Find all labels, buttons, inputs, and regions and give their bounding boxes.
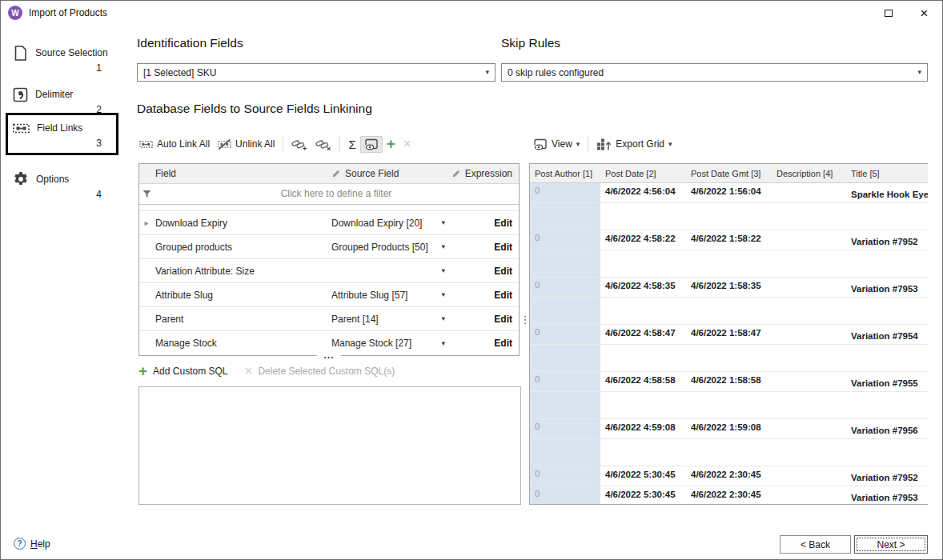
preview-row[interactable]: 04/6/2022 4:56:044/6/2022 1:56:04Sparkle… — [530, 183, 928, 203]
sidebar-step-field-links[interactable]: Field Links 3 — [6, 113, 118, 155]
delete-custom-sql-button[interactable]: × Delete Selected Custom SQL(s) — [244, 366, 395, 377]
preview-row[interactable] — [530, 203, 928, 230]
title-cell — [846, 392, 928, 418]
unlink-icon — [218, 138, 231, 150]
remove-link-button[interactable]: × — [311, 135, 335, 154]
field-link-row[interactable]: ▸Download ExpiryDownload Expiry [20]▾Edi… — [139, 211, 519, 235]
filter-row[interactable]: Click here to define a filter — [139, 184, 519, 206]
view-dropdown-button[interactable]: View ▾ — [529, 136, 584, 153]
post-date-gmt-cell — [686, 203, 772, 230]
dropdown-caret-icon[interactable]: ▾ — [439, 315, 450, 322]
custom-sql-editor[interactable] — [138, 386, 521, 505]
description-cell — [772, 486, 846, 505]
post-author-cell: 0 — [530, 325, 600, 344]
sidebar-step-options[interactable]: Options 4 — [6, 164, 118, 206]
export-grid-dropdown-button[interactable]: Export Grid ▾ — [592, 135, 676, 154]
preview-rows: 04/6/2022 4:56:044/6/2022 1:56:04Sparkle… — [530, 183, 928, 505]
delete-row-button[interactable]: × — [399, 136, 415, 152]
preview-row[interactable]: 04/6/2022 5:30:454/6/2022 2:30:45Variati… — [530, 486, 928, 505]
source-field-cell[interactable]: Attribute Slug [57]▾ — [331, 290, 450, 301]
post-author-cell: 0 — [530, 278, 600, 297]
column-header-title[interactable]: Title [5] — [846, 169, 928, 178]
back-button[interactable]: < Back — [780, 535, 851, 554]
preview-row[interactable] — [530, 298, 928, 325]
close-button[interactable]: × — [906, 1, 942, 25]
next-button[interactable]: Next > — [854, 535, 928, 554]
preview-toggle-button[interactable] — [360, 136, 383, 153]
dropdown-caret-icon[interactable]: ▾ — [439, 267, 450, 274]
skip-rules-dropdown[interactable]: 0 skip rules configured ▾ — [501, 63, 928, 82]
pane-splitter-handle[interactable]: ⋮ — [522, 310, 528, 329]
dropdown-caret-icon[interactable]: ▾ — [439, 243, 450, 250]
preview-row[interactable] — [530, 439, 928, 466]
source-field-value: Grouped Products [50] — [331, 242, 439, 253]
edit-link[interactable]: Edit — [494, 242, 512, 253]
preview-row[interactable]: 04/6/2022 4:58:224/6/2022 1:58:22Variati… — [530, 230, 928, 250]
preview-row[interactable]: 04/6/2022 4:58:584/6/2022 1:58:58Variati… — [530, 372, 928, 392]
auto-link-all-button[interactable]: Auto Link All — [135, 136, 214, 153]
skip-rules-value: 0 skip rules configured — [508, 67, 917, 78]
expression-sum-button[interactable]: Σ — [344, 136, 359, 153]
post-date-cell — [600, 345, 686, 371]
identification-fields-dropdown[interactable]: [1 Selected] SKU ▾ — [137, 63, 496, 82]
add-row-button[interactable]: + — [383, 136, 399, 152]
export-grid-icon — [596, 138, 612, 151]
add-custom-sql-button[interactable]: + Add Custom SQL — [138, 366, 227, 377]
post-date-cell — [600, 203, 686, 230]
source-field-cell[interactable]: Manage Stock [27]▾ — [331, 338, 450, 349]
column-header-source-field[interactable]: Source Field — [331, 168, 450, 179]
toolbar-separator — [588, 137, 588, 151]
preview-row[interactable] — [530, 345, 928, 372]
edit-link[interactable]: Edit — [494, 218, 512, 229]
field-link-row[interactable]: Attribute SlugAttribute Slug [57]▾Edit — [139, 283, 519, 307]
source-field-cell[interactable]: Download Expiry [20]▾ — [331, 218, 450, 229]
more-rows-indicator[interactable]: ... — [138, 351, 520, 359]
edit-link[interactable]: Edit — [494, 314, 512, 325]
column-header-expression[interactable]: Expression — [450, 168, 519, 179]
dropdown-caret-icon[interactable]: ▾ — [439, 219, 450, 226]
preview-row[interactable]: 04/6/2022 5:30:454/6/2022 2:30:45Variati… — [530, 466, 928, 486]
post-author-cell — [530, 439, 600, 466]
edit-link[interactable]: Edit — [494, 266, 512, 277]
description-cell — [772, 439, 846, 466]
post-date-gmt-cell: 4/6/2022 1:59:08 — [686, 419, 772, 438]
maximize-button[interactable] — [870, 1, 906, 25]
post-date-gmt-cell: 4/6/2022 1:58:58 — [686, 372, 772, 391]
post-date-cell: 4/6/2022 4:58:22 — [600, 230, 686, 250]
dropdown-caret-icon[interactable]: ▾ — [439, 340, 450, 347]
preview-row[interactable]: 04/6/2022 4:59:084/6/2022 1:59:08Variati… — [530, 419, 928, 439]
maximize-icon — [885, 10, 893, 17]
source-field-cell[interactable]: ▾ — [331, 267, 450, 274]
column-header-description[interactable]: Description [4] — [772, 169, 846, 178]
post-date-cell: 4/6/2022 4:56:04 — [600, 183, 686, 202]
help-link[interactable]: ? Help — [14, 538, 50, 550]
filter-placeholder: Click here to define a filter — [154, 188, 519, 199]
sidebar-step-source-selection[interactable]: Source Selection 1 — [6, 38, 118, 80]
post-date-gmt-cell — [686, 250, 772, 277]
field-link-row[interactable]: Grouped productsGrouped Products [50]▾Ed… — [139, 235, 519, 259]
preview-toolbar: View ▾ Export Grid ▾ — [529, 134, 676, 154]
edit-link[interactable]: Edit — [494, 338, 512, 349]
add-link-button[interactable]: + — [287, 135, 311, 154]
edit-link[interactable]: Edit — [494, 290, 512, 301]
dropdown-caret-icon[interactable]: ▾ — [439, 291, 450, 298]
source-field-cell[interactable]: Parent [14]▾ — [331, 314, 450, 325]
step-number: 3 — [13, 138, 111, 151]
preview-row[interactable]: 04/6/2022 4:58:354/6/2022 1:58:35Variati… — [530, 278, 928, 298]
column-header-post-date-gmt[interactable]: Post Date Gmt [3] — [686, 169, 772, 178]
source-field-value: Attribute Slug [57] — [331, 290, 439, 301]
preview-row[interactable] — [530, 392, 928, 419]
unlink-all-button[interactable]: Unlink All — [214, 136, 279, 153]
preview-row[interactable]: 04/6/2022 4:58:474/6/2022 1:58:47Variati… — [530, 325, 928, 345]
toolbar-separator — [339, 137, 340, 151]
column-header-post-date[interactable]: Post Date [2] — [600, 169, 686, 178]
column-header-field[interactable]: Field — [154, 168, 331, 179]
field-link-row[interactable]: ParentParent [14]▾Edit — [139, 307, 519, 331]
preview-row[interactable] — [530, 250, 928, 278]
description-cell — [772, 392, 846, 418]
field-name-cell: Variation Attribute: Size — [154, 266, 331, 277]
field-linking-toolbar: Auto Link All Unlink All + — [135, 134, 415, 154]
source-field-cell[interactable]: Grouped Products [50]▾ — [331, 242, 450, 253]
field-link-row[interactable]: Variation Attribute: Size▾Edit — [139, 259, 519, 283]
column-header-post-author[interactable]: Post Author [1] — [530, 169, 600, 178]
